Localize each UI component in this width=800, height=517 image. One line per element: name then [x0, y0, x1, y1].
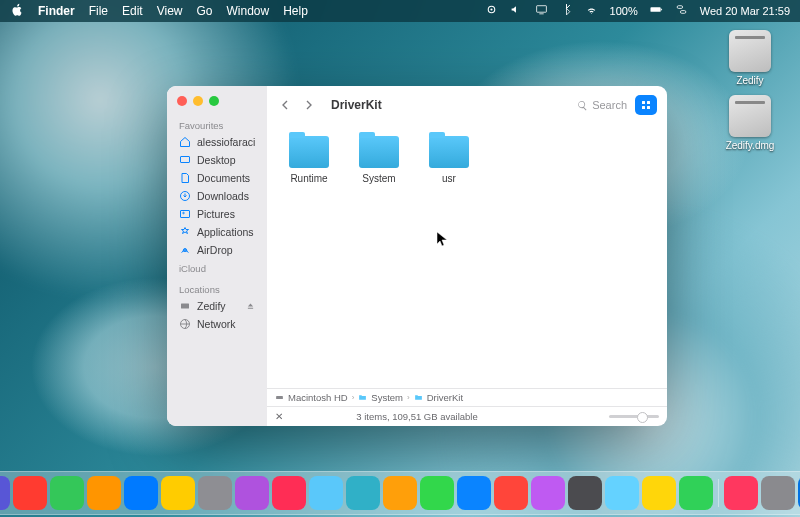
folder-icon	[429, 136, 469, 168]
sidebar-item-pictures[interactable]: Pictures	[167, 205, 267, 223]
dock-app-19[interactable]	[642, 476, 676, 510]
dock-app-20[interactable]	[679, 476, 713, 510]
sidebar-item-home[interactable]: alessiofaraci	[167, 133, 267, 151]
window-title: DriverKit	[331, 98, 382, 112]
search-icon	[577, 100, 588, 111]
svg-point-10	[183, 212, 185, 214]
dock-app-8[interactable]	[235, 476, 269, 510]
dock-app-3[interactable]	[50, 476, 84, 510]
menu-edit[interactable]: Edit	[122, 4, 143, 18]
sidebar-section-icloud: iCloud	[167, 259, 267, 276]
dock-app-7[interactable]	[198, 476, 232, 510]
fullscreen-button[interactable]	[209, 96, 219, 106]
path-segment[interactable]: System	[371, 392, 403, 403]
desktop-icon-zedify[interactable]: Zedify	[720, 30, 780, 86]
cursor-icon	[437, 232, 449, 252]
svg-rect-7	[181, 157, 190, 163]
dock-app-5[interactable]	[124, 476, 158, 510]
svg-rect-9	[181, 211, 190, 218]
menubar-app-name[interactable]: Finder	[38, 4, 75, 18]
minimize-button[interactable]	[193, 96, 203, 106]
svg-rect-16	[642, 106, 645, 109]
dock-app-15[interactable]	[494, 476, 528, 510]
desktop-icon-zedify-dmg[interactable]: Zedify.dmg	[720, 95, 780, 151]
dock-app-14[interactable]	[457, 476, 491, 510]
path-segment[interactable]: DriverKit	[427, 392, 463, 403]
eject-icon[interactable]	[246, 302, 255, 311]
dock-app-16[interactable]	[531, 476, 565, 510]
folder-content[interactable]: Runtime System usr	[267, 124, 667, 388]
finder-main: DriverKit Search Runtime System usr Maci…	[267, 86, 667, 426]
chevron-right-icon: ›	[407, 393, 410, 402]
svg-rect-18	[276, 396, 283, 399]
menu-file[interactable]: File	[89, 4, 108, 18]
folder-icon	[289, 136, 329, 168]
folder-system[interactable]: System	[355, 136, 403, 184]
sidebar-item-network[interactable]: Network	[167, 315, 267, 333]
close-path-icon[interactable]: ✕	[275, 411, 283, 422]
menu-go[interactable]: Go	[197, 4, 213, 18]
dock-separator	[718, 479, 719, 507]
menu-window[interactable]: Window	[227, 4, 270, 18]
drive-icon	[729, 30, 771, 72]
folder-icon	[414, 393, 423, 402]
dock-app-4[interactable]	[87, 476, 121, 510]
icon-size-slider[interactable]	[609, 415, 659, 418]
search-placeholder: Search	[592, 99, 627, 111]
svg-rect-3	[650, 7, 660, 12]
menu-view[interactable]: View	[157, 4, 183, 18]
sidebar-item-downloads[interactable]: Downloads	[167, 187, 267, 205]
folder-icon	[359, 136, 399, 168]
volume-icon[interactable]	[510, 3, 523, 19]
folder-icon	[358, 393, 367, 402]
dock-app-6[interactable]	[161, 476, 195, 510]
back-button[interactable]	[277, 97, 293, 113]
sidebar-item-applications[interactable]: Applications	[167, 223, 267, 241]
dock-app-13[interactable]	[420, 476, 454, 510]
sidebar-item-zedify[interactable]: Zedify	[167, 297, 267, 315]
dock-app-21[interactable]	[724, 476, 758, 510]
svg-rect-5	[677, 6, 682, 9]
dock-app-12[interactable]	[383, 476, 417, 510]
sidebar-item-airdrop[interactable]: AirDrop	[167, 241, 267, 259]
menubar-clock[interactable]: Wed 20 Mar 21:59	[700, 5, 790, 17]
dock-app-22[interactable]	[761, 476, 795, 510]
dock-app-2[interactable]	[13, 476, 47, 510]
dock-app-9[interactable]	[272, 476, 306, 510]
bluetooth-icon[interactable]	[560, 3, 573, 19]
sidebar-item-desktop[interactable]: Desktop	[167, 151, 267, 169]
dock-app-11[interactable]	[346, 476, 380, 510]
battery-icon[interactable]	[650, 3, 663, 19]
status-text: 3 items, 109,51 GB available	[356, 411, 477, 422]
dock-app-17[interactable]	[568, 476, 602, 510]
search-field[interactable]: Search	[577, 99, 627, 111]
forward-button[interactable]	[301, 97, 317, 113]
svg-rect-12	[181, 304, 189, 309]
svg-rect-2	[536, 6, 546, 13]
sidebar-item-documents[interactable]: Documents	[167, 169, 267, 187]
path-segment[interactable]: Macintosh HD	[288, 392, 348, 403]
display-icon[interactable]	[535, 3, 548, 19]
toolbar-action-button[interactable]	[635, 95, 657, 115]
control-center-icon[interactable]	[675, 3, 688, 19]
dock-app-1[interactable]	[0, 476, 10, 510]
dock-app-10[interactable]	[309, 476, 343, 510]
chevron-right-icon: ›	[352, 393, 355, 402]
svg-rect-14	[642, 101, 645, 104]
svg-point-1	[490, 8, 492, 10]
menu-help[interactable]: Help	[283, 4, 308, 18]
desktop-icon-label: Zedify	[736, 75, 763, 86]
wifi-icon[interactable]	[585, 3, 598, 19]
dock-app-18[interactable]	[605, 476, 639, 510]
folder-runtime[interactable]: Runtime	[285, 136, 333, 184]
record-icon[interactable]	[485, 3, 498, 19]
folder-usr[interactable]: usr	[425, 136, 473, 184]
status-bar: ✕ 3 items, 109,51 GB available	[267, 406, 667, 426]
svg-rect-17	[647, 106, 650, 109]
svg-rect-15	[647, 101, 650, 104]
path-bar: Macintosh HD › System › DriverKit	[267, 388, 667, 406]
apple-menu[interactable]	[10, 3, 24, 20]
close-button[interactable]	[177, 96, 187, 106]
svg-rect-6	[680, 11, 685, 14]
toolbar: DriverKit Search	[267, 86, 667, 124]
